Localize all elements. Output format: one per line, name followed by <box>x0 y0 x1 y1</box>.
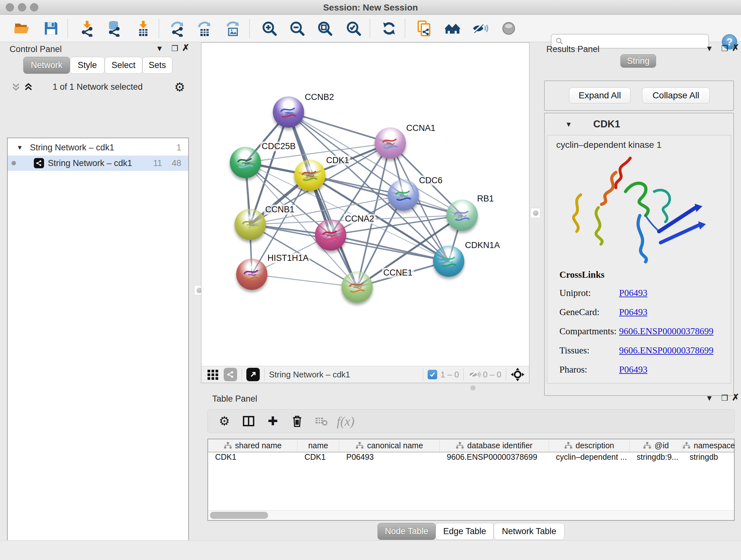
expand-all-icon[interactable] <box>23 81 34 92</box>
protein-ribbon-icon <box>375 127 406 159</box>
selected-checkbox-icon[interactable] <box>428 370 437 379</box>
panel-menu-icon[interactable]: ▼ <box>154 44 165 53</box>
crosslinks-block: CrossLinks Uniprot:P06493GeneCard:P06493… <box>559 269 725 383</box>
import-network-icon[interactable] <box>78 20 96 37</box>
table-cell[interactable]: CDK1 <box>305 452 338 464</box>
panel-float-icon[interactable]: ❒ <box>719 393 730 403</box>
zoom-out-icon[interactable] <box>288 20 306 37</box>
network-node-CCNA2[interactable] <box>315 219 346 251</box>
import-database-icon[interactable] <box>106 20 123 37</box>
columns-icon[interactable] <box>237 415 261 428</box>
tab-network[interactable]: Network <box>23 57 70 74</box>
column-header--id[interactable]: @id <box>630 439 683 452</box>
tree-network-label: String Network – cdk1 <box>48 159 132 168</box>
expand-all-button[interactable]: Expand All <box>569 87 630 104</box>
zoom-selected-icon[interactable] <box>345 20 362 37</box>
network-node-CDKN1A[interactable] <box>433 246 464 277</box>
panel-menu-icon[interactable]: ▼ <box>704 44 715 53</box>
table-cell[interactable]: stringdb <box>690 452 734 464</box>
column-header-label: shared name <box>235 441 282 450</box>
tab-edge-table[interactable]: Edge Table <box>435 523 494 540</box>
table-cell[interactable]: stringdb:9... <box>636 452 681 464</box>
add-column-icon[interactable]: ✚ <box>261 414 285 428</box>
tab-string[interactable]: String <box>620 54 656 68</box>
column-header-label: description <box>576 441 614 450</box>
section-collapse-arrow-icon[interactable]: ▼ <box>565 120 572 129</box>
import-table-icon[interactable] <box>135 20 152 37</box>
show-eye-icon[interactable] <box>500 20 517 37</box>
bottom-splitter-handle[interactable] <box>470 385 475 390</box>
tab-network-table[interactable]: Network Table <box>494 523 564 540</box>
network-canvas[interactable]: CCNB2 CCNA1 CDC25B CDK1 CDC6 RB1 CCNB1 C… <box>201 43 529 383</box>
network-tree: ▼ String Network – cdk1 1 String Network… <box>7 138 189 560</box>
tab-sets[interactable]: Sets <box>142 57 172 74</box>
crosslink-link[interactable]: P06493 <box>619 307 648 317</box>
new-network-icon[interactable] <box>169 20 186 37</box>
column-header-shared-name[interactable]: shared name <box>208 439 297 452</box>
panel-float-icon[interactable]: ❒ <box>719 44 730 53</box>
home-icon[interactable] <box>444 20 461 37</box>
table-cell[interactable]: CDK1 <box>215 452 296 464</box>
table-cell[interactable]: 9606.ENSP00000378699 <box>447 452 548 464</box>
crosslink-link[interactable]: 9606.ENSP00000378699 <box>619 326 714 336</box>
panel-close-icon[interactable]: ✗ <box>180 43 191 53</box>
results-panel: Results Panel ▼ ❒ ✗ String Expand All Co… <box>542 43 741 391</box>
panel-close-icon[interactable]: ✗ <box>730 43 741 53</box>
column-header-database-identifier[interactable]: database identifier <box>440 439 549 452</box>
network-node-CDK1[interactable] <box>294 160 326 191</box>
export-image-icon[interactable] <box>224 20 242 37</box>
table-cell[interactable]: cyclin–dependent ... <box>556 452 628 464</box>
right-splitter-handle[interactable] <box>530 208 541 218</box>
column-header-name[interactable]: name <box>297 439 339 452</box>
network-node-CCNE1[interactable] <box>341 271 373 303</box>
panel-close-icon[interactable]: ✗ <box>730 393 741 402</box>
table-cell[interactable]: P06493 <box>346 452 439 464</box>
crosslink-link[interactable]: 9606.ENSP00000378699 <box>619 345 714 356</box>
network-view-share-icon[interactable] <box>224 368 237 381</box>
network-node-RB1[interactable] <box>447 199 478 231</box>
tab-node-table[interactable]: Node Table <box>378 523 435 540</box>
new-table-icon[interactable] <box>196 20 213 37</box>
tab-style[interactable]: Style <box>70 57 105 74</box>
crosslink-link[interactable]: P06493 <box>619 288 648 298</box>
open-folder-icon[interactable] <box>13 20 30 37</box>
gear-icon[interactable]: ⚙ <box>212 414 237 428</box>
panel-menu-icon[interactable]: ▼ <box>704 393 715 403</box>
zoom-in-icon[interactable] <box>261 20 278 37</box>
network-node-CDC25B[interactable] <box>230 147 261 178</box>
detach-view-icon[interactable] <box>246 368 260 381</box>
hidden-eye-icon[interactable] <box>468 368 481 381</box>
network-node-CCNA1[interactable] <box>375 127 406 159</box>
grid-view-icon[interactable] <box>206 368 219 381</box>
collapse-all-icon[interactable] <box>10 81 21 92</box>
tree-expand-arrow-icon[interactable]: ▼ <box>17 144 23 151</box>
crosslink-link[interactable]: P06493 <box>619 364 648 375</box>
network-node-CDC6[interactable] <box>388 179 419 211</box>
hide-eye-icon[interactable] <box>472 20 489 37</box>
tree-row-collection[interactable]: ▼ String Network – cdk1 1 <box>8 140 188 155</box>
network-node-label: HIST1H1A <box>266 253 310 263</box>
collapse-all-button[interactable]: Collapse All <box>642 87 710 104</box>
network-status-dot-icon <box>11 161 16 165</box>
share-document-icon[interactable] <box>415 20 433 37</box>
gear-icon[interactable]: ⚙ <box>174 80 185 94</box>
column-header-description[interactable]: description <box>549 439 630 452</box>
tree-row-network[interactable]: String Network – cdk1 11 48 <box>8 155 188 171</box>
column-header-namespace[interactable]: namespace <box>683 439 735 452</box>
function-builder-icon[interactable]: f(x) <box>333 414 358 429</box>
scrollbar-thumb[interactable] <box>210 512 268 519</box>
network-node-HIST1H1A[interactable] <box>236 259 267 290</box>
column-header-canonical-name[interactable]: canonical name <box>339 439 440 452</box>
refresh-icon[interactable] <box>381 20 398 37</box>
tab-select[interactable]: Select <box>105 57 142 74</box>
network-node-CCNB2[interactable] <box>273 97 304 128</box>
delete-column-icon[interactable] <box>285 415 309 428</box>
panel-float-icon[interactable]: ❒ <box>170 44 180 53</box>
table-horizontal-scrollbar[interactable] <box>208 510 734 520</box>
network-node-CCNB1[interactable] <box>234 209 266 240</box>
save-icon[interactable] <box>43 20 60 37</box>
section-body: cyclin–dependent kinase 1 <box>547 135 731 383</box>
delete-table-icon[interactable] <box>309 414 333 428</box>
zoom-fit-icon[interactable] <box>316 20 333 37</box>
crosshair-icon[interactable] <box>511 368 525 381</box>
